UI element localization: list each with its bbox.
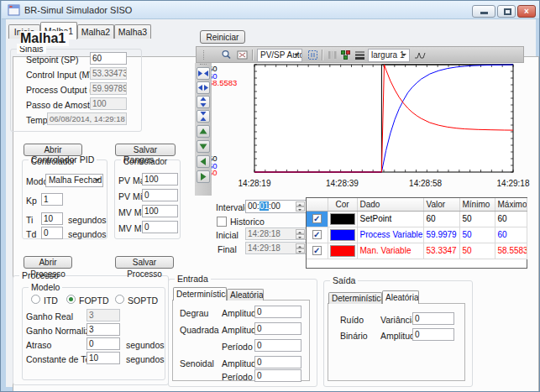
legend-check-cell[interactable]: ✓ bbox=[307, 211, 328, 227]
legend-row-setpoint[interactable]: ✓ SetPoint 60 50 60 bbox=[307, 211, 527, 227]
final-value: 14:29:18 bbox=[248, 243, 280, 253]
chevron-down-icon bbox=[95, 179, 100, 184]
zoom-icon[interactable] bbox=[219, 49, 233, 61]
saida-title: Saída bbox=[330, 275, 358, 285]
line-style-icon[interactable] bbox=[353, 49, 366, 61]
reiniciar-button[interactable]: Reiniciar bbox=[200, 30, 245, 44]
spin-down-icon[interactable] bbox=[296, 206, 305, 212]
compress-vertical-button[interactable] bbox=[197, 110, 210, 123]
passo-amostragem-value: 100 bbox=[90, 97, 127, 110]
abrir-controlador-button[interactable]: Abrir Controlador bbox=[24, 144, 82, 156]
salvar-processo-button[interactable]: Salvar Processo bbox=[115, 256, 174, 269]
minimize-button[interactable] bbox=[472, 5, 495, 18]
final-label: Final bbox=[218, 244, 237, 254]
pan-left-button[interactable] bbox=[197, 155, 210, 168]
pv-max-input[interactable]: 100 bbox=[142, 173, 178, 186]
senoidal-periodo-input[interactable]: 0 bbox=[254, 369, 301, 382]
columns-icon[interactable] bbox=[325, 49, 338, 61]
radio-soptd-label: SOPTD bbox=[128, 295, 158, 306]
quadrada-amplitude-input[interactable]: 0 bbox=[254, 322, 301, 335]
spin-down-icon[interactable] bbox=[296, 248, 305, 253]
atraso-input[interactable]: 0 bbox=[87, 337, 120, 350]
modelo-title: Modelo bbox=[29, 282, 62, 292]
saida-tab-deterministica[interactable]: Determinística bbox=[328, 292, 382, 304]
ti-input[interactable]: 10 bbox=[41, 212, 63, 225]
ganho-real-value: 3 bbox=[87, 309, 120, 321]
legend-header-cor: Cor bbox=[328, 198, 357, 211]
tab-malha2[interactable]: Malha2 bbox=[77, 24, 114, 39]
degrau-amplitude-input[interactable]: 0 bbox=[254, 306, 301, 318]
pv-min-input[interactable]: 0 bbox=[142, 189, 178, 201]
line-width-combobox[interactable]: largura 1 bbox=[368, 49, 410, 62]
svg-text:14:28:58: 14:28:58 bbox=[409, 179, 442, 188]
legend-minimo-cell: 50 bbox=[459, 211, 495, 227]
abrir-processo-button[interactable]: Abrir Processo bbox=[24, 256, 72, 269]
legend-maximo-cell: 60 bbox=[495, 211, 527, 227]
legend-color-cell bbox=[328, 211, 357, 227]
setpoint-label: Setpoint (SP) bbox=[26, 55, 78, 65]
checked-checkbox-icon[interactable]: ✓ bbox=[312, 230, 322, 239]
legend-check-cell[interactable]: ✓ bbox=[307, 227, 328, 243]
expand-vertical-button[interactable] bbox=[197, 96, 210, 108]
pan-down-button[interactable] bbox=[197, 140, 210, 153]
close-button[interactable]: × bbox=[517, 5, 536, 18]
quadrada-periodo-input[interactable]: 0 bbox=[254, 339, 301, 352]
scale-mode-combobox[interactable]: PV/SP Auto bbox=[257, 49, 302, 62]
pan-right-button[interactable] bbox=[197, 170, 210, 183]
legend-check-cell[interactable]: ✓ bbox=[307, 243, 328, 259]
intervalo-spinner[interactable]: 00:01:00 bbox=[245, 200, 307, 213]
export-image-icon[interactable] bbox=[235, 49, 249, 61]
spin-down-icon[interactable] bbox=[296, 234, 305, 239]
color-swatch bbox=[330, 229, 355, 241]
modo-combobox[interactable]: Malha Fechad bbox=[45, 174, 103, 187]
ruido-variancia-input[interactable]: 0 bbox=[412, 312, 454, 325]
ti-suffix: segundos bbox=[68, 215, 107, 225]
setpoint-input[interactable]: 60 bbox=[90, 52, 127, 65]
legend-row-process-variable[interactable]: ✓ Process Variable 59.9979 50 60 bbox=[307, 227, 527, 243]
intervalo-prefix: 00: bbox=[248, 201, 260, 211]
ruido-label: Ruído bbox=[340, 315, 364, 325]
pan-up-button[interactable] bbox=[197, 125, 210, 138]
window-titlebar[interactable]: BR-Simul Simulador SISO × bbox=[2, 1, 540, 19]
minimize-icon bbox=[480, 12, 488, 14]
binario-amplitude-input[interactable]: 0 bbox=[412, 328, 454, 341]
compress-horizontal-button[interactable] bbox=[197, 67, 210, 80]
final-updown[interactable] bbox=[296, 243, 305, 253]
radio-foptd[interactable] bbox=[66, 295, 76, 304]
inicial-updown[interactable] bbox=[296, 229, 305, 239]
radio-soptd[interactable] bbox=[115, 295, 124, 304]
tab-malha3[interactable]: Malha3 bbox=[114, 24, 151, 39]
frame-borders-icon[interactable] bbox=[306, 49, 319, 61]
ganho-normalizado-input[interactable]: 3 bbox=[87, 323, 120, 336]
process-output-value: 59.997898 bbox=[90, 82, 127, 95]
legend-minimo-cell: 50 bbox=[459, 227, 495, 243]
trend-chart[interactable]: 14:28:1914:28:3914:28:5814:29:18606058.5… bbox=[207, 61, 536, 196]
intervalo-updown[interactable] bbox=[296, 201, 305, 212]
checked-checkbox-icon[interactable]: ✓ bbox=[312, 214, 322, 223]
expand-horizontal-button[interactable] bbox=[197, 81, 210, 94]
chevron-down-icon bbox=[294, 54, 299, 59]
radio-itd[interactable] bbox=[31, 295, 40, 304]
checked-checkbox-icon[interactable]: ✓ bbox=[312, 246, 322, 255]
kp-input[interactable]: 1 bbox=[41, 193, 63, 206]
legend-color-cell bbox=[328, 227, 357, 243]
side-toolbar-grip bbox=[200, 64, 207, 65]
legend-chart-icon[interactable] bbox=[338, 49, 352, 61]
senoidal-label: Senoidal bbox=[180, 358, 214, 368]
td-suffix: segundos bbox=[68, 229, 107, 239]
td-input[interactable]: 0 bbox=[41, 227, 63, 239]
mv-min-input[interactable]: 0 bbox=[142, 221, 178, 233]
senoidal-amplitude-input[interactable]: 0 bbox=[254, 356, 301, 368]
salvar-controlador-button[interactable]: Salvar Controlador bbox=[115, 144, 176, 156]
maximize-button[interactable] bbox=[497, 5, 516, 18]
step-signal-icon[interactable] bbox=[413, 49, 427, 61]
entrada-tab-deterministica[interactable]: Determinística bbox=[173, 287, 227, 301]
constante-tempo-input[interactable]: 10 bbox=[87, 352, 120, 364]
svg-text:14:28:19: 14:28:19 bbox=[239, 179, 271, 188]
saida-tab-aleatoria[interactable]: Aleatória bbox=[382, 290, 419, 304]
legend-row-man-variable[interactable]: ✓ Man. Variable 53.3347 50 58.5583 bbox=[307, 243, 527, 259]
page-title: Malha1 bbox=[20, 31, 69, 46]
mv-max-input[interactable]: 100 bbox=[142, 205, 178, 217]
historico-checkbox[interactable] bbox=[217, 217, 227, 227]
entrada-tab-aleatoria[interactable]: Aleatória bbox=[227, 289, 264, 301]
